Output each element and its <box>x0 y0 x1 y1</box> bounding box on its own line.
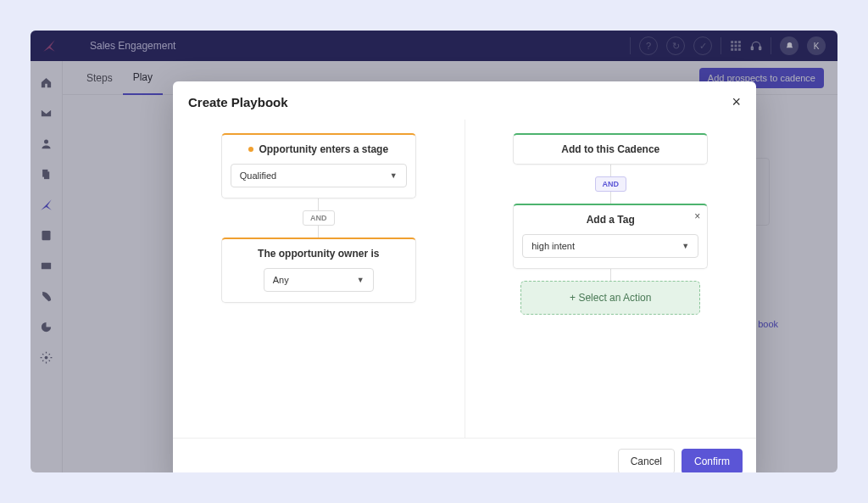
chevron-down-icon: ▼ <box>357 276 364 284</box>
stage-select-value: Qualified <box>240 170 276 181</box>
triggers-column: Opportunity enters a stage Qualified ▼ A… <box>173 120 465 438</box>
cadence-card: Add to this Cadence <box>513 133 708 165</box>
tag-card: × Add a Tag high intent ▼ <box>513 204 708 269</box>
tag-title: Add a Tag <box>587 214 635 226</box>
trigger-dot-icon <box>248 147 253 152</box>
cancel-button[interactable]: Cancel <box>618 449 675 472</box>
cadence-title: Add to this Cadence <box>561 143 659 155</box>
trigger-card: Opportunity enters a stage Qualified ▼ <box>221 133 416 198</box>
select-action-button[interactable]: + Select an Action <box>520 281 700 315</box>
tag-select[interactable]: high intent ▼ <box>522 234 698 258</box>
modal-title: Create Playbook <box>188 95 288 109</box>
owner-select[interactable]: Any ▼ <box>264 268 374 292</box>
chevron-down-icon: ▼ <box>682 242 689 250</box>
remove-tag-icon[interactable]: × <box>694 210 700 222</box>
owner-select-value: Any <box>273 275 289 285</box>
owner-title: The opportunity owner is <box>258 248 379 260</box>
owner-card: The opportunity owner is Any ▼ <box>221 238 416 303</box>
close-icon[interactable]: × <box>732 93 741 111</box>
and-connector: AND <box>303 210 335 226</box>
and-connector: AND <box>595 176 627 192</box>
stage-select[interactable]: Qualified ▼ <box>231 164 407 187</box>
create-playbook-modal: Create Playbook × Opportunity enters a s… <box>173 81 756 472</box>
actions-column: Add to this Cadence AND × Add a Tag high… <box>465 120 757 438</box>
confirm-button[interactable]: Confirm <box>682 449 743 472</box>
trigger-title: Opportunity enters a stage <box>259 143 388 155</box>
tag-select-value: high intent <box>531 241 575 251</box>
chevron-down-icon: ▼ <box>390 171 398 180</box>
